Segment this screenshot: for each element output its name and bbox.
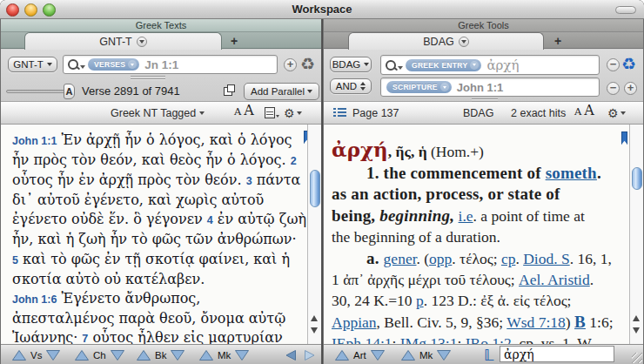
prev-verse-button[interactable] bbox=[11, 349, 27, 361]
scroll-up-icon-right[interactable] bbox=[633, 315, 640, 321]
text-run: . bbox=[590, 271, 594, 288]
update-recycle-icon[interactable]: ♻ bbox=[300, 56, 315, 72]
scrollbar-thumb-left[interactable] bbox=[310, 170, 320, 207]
new-tab-button-left[interactable]: + bbox=[231, 32, 238, 50]
prev-chapter-button[interactable] bbox=[74, 349, 90, 361]
history-back-button[interactable] bbox=[285, 349, 297, 361]
hyperlink[interactable]: cp bbox=[501, 250, 516, 267]
increase-font-icon[interactable]: A bbox=[244, 102, 254, 118]
prev-article-button[interactable] bbox=[334, 349, 350, 361]
text-size-slider-track[interactable] bbox=[6, 90, 65, 93]
scripture-field[interactable]: SCRIPTURE John 1:1 bbox=[380, 78, 600, 97]
chevron-down-icon bbox=[131, 64, 134, 66]
text-run: (Hom.+) bbox=[427, 143, 484, 160]
scrollbar-buttons-left[interactable] bbox=[308, 312, 321, 340]
update-recycle-icon-right[interactable]: ♻ bbox=[621, 56, 636, 72]
tab-bdag[interactable]: BDAG bbox=[348, 32, 544, 50]
prev-mark-button[interactable] bbox=[198, 349, 214, 361]
hyperlink[interactable]: IEph 14:1 bbox=[332, 334, 392, 344]
font-size-controls-right[interactable]: A A bbox=[574, 102, 594, 124]
prev-mark-right-button[interactable] bbox=[400, 349, 416, 361]
gear-menu-left[interactable]: ⚙ bbox=[284, 102, 302, 124]
decrease-font-icon[interactable]: A bbox=[234, 105, 241, 118]
hyperlink[interactable]: B bbox=[574, 313, 586, 331]
gear-icon: ⚙ bbox=[607, 106, 619, 120]
next-mark-right-button[interactable] bbox=[436, 349, 452, 361]
greek-text-content[interactable]: John 1:1 Ἐν ἀρχῇ ἦν ὁ λόγος, καὶ ὁ λόγος… bbox=[1, 125, 321, 344]
scrollbar-left[interactable] bbox=[307, 125, 321, 344]
hits-list-icon[interactable] bbox=[333, 108, 346, 118]
tie-windows-icon[interactable] bbox=[224, 84, 235, 96]
next-chapter-button[interactable] bbox=[110, 349, 125, 361]
scrollbar-thumb-right[interactable] bbox=[632, 167, 642, 190]
toolbar-toggle-button[interactable] bbox=[615, 6, 636, 14]
hyperlink[interactable]: opp bbox=[429, 250, 452, 267]
next-verse-button[interactable] bbox=[45, 349, 61, 361]
search-icon[interactable] bbox=[67, 58, 80, 71]
hyperlink[interactable]: IMg 13:1 bbox=[400, 334, 458, 344]
tab-menu-icon-right[interactable] bbox=[459, 37, 469, 47]
scripture-pill-label: SCRIPTURE bbox=[392, 83, 438, 91]
hits-indicator: 2 exact hits bbox=[511, 102, 566, 124]
decrease-font-icon-right[interactable]: A bbox=[574, 105, 581, 118]
hyperlink[interactable]: p bbox=[416, 292, 424, 309]
window-resize-grip[interactable] bbox=[632, 353, 642, 363]
bool-and-button[interactable]: AND bbox=[330, 78, 372, 94]
chevron-down-icon bbox=[307, 90, 312, 93]
add-row2-button[interactable]: + bbox=[624, 82, 637, 95]
hyperlink[interactable]: IRo 1:2 bbox=[466, 334, 512, 344]
scripture-pill[interactable]: SCRIPTURE bbox=[386, 81, 452, 93]
next-article-button[interactable] bbox=[370, 349, 386, 361]
scroll-up-icon[interactable] bbox=[311, 315, 318, 321]
text-run: ἐν αὐτῷ ζωὴ bbox=[213, 211, 306, 227]
hyperlink[interactable]: i.e bbox=[459, 207, 473, 225]
new-tab-button-right[interactable]: + bbox=[554, 32, 561, 50]
hyperlink[interactable]: Diod. S bbox=[523, 250, 569, 267]
text-run: ; bbox=[392, 334, 400, 344]
text-line: 5 καὶ τὸ φῶς ἐν τῇ σκοτίᾳ φαίνει, καὶ ἡ bbox=[12, 250, 307, 270]
pill-menu-icon[interactable] bbox=[128, 60, 137, 69]
greek-entry-field[interactable]: GREEK ENTRY ἀρχή bbox=[380, 55, 600, 75]
search-icon-right[interactable] bbox=[385, 59, 398, 71]
hyperlink[interactable]: Wsd 7:18 bbox=[506, 313, 566, 331]
increase-font-icon-right[interactable]: A bbox=[584, 102, 594, 118]
greek-entry-pill[interactable]: GREEK ENTRY bbox=[406, 59, 481, 71]
prev-book-button[interactable] bbox=[136, 349, 151, 361]
pill-menu-icon[interactable] bbox=[470, 61, 479, 70]
lookup-input[interactable]: ἀρχή bbox=[500, 346, 614, 362]
verses-scope-pill[interactable]: VERSES bbox=[88, 58, 139, 71]
hyperlink[interactable]: Appian bbox=[332, 313, 377, 331]
tab-gnt-t[interactable]: GNT-T bbox=[24, 32, 222, 50]
triangle-shape bbox=[111, 350, 124, 360]
scroll-down-icon-right[interactable] bbox=[633, 327, 640, 334]
module-select-gnt-t[interactable]: GNT-T bbox=[8, 57, 57, 72]
hyperlink[interactable]: gener bbox=[384, 250, 417, 267]
remove-row2-button[interactable]: − bbox=[607, 82, 620, 95]
text-run: σκοτία αὐτὸ οὐ κατέλαβεν. bbox=[12, 271, 205, 287]
display-settings-icon[interactable] bbox=[265, 107, 275, 118]
next-mark-button[interactable] bbox=[234, 349, 250, 361]
text-line: σκοτία αὐτὸ οὐ κατέλαβεν. bbox=[12, 270, 307, 289]
history-forward-button[interactable] bbox=[304, 349, 316, 361]
hyperlink[interactable]: Ael. Aristid bbox=[519, 271, 590, 288]
hyperlink[interactable]: someth bbox=[546, 164, 597, 182]
scrollbar-right[interactable] bbox=[629, 125, 643, 344]
text-run: πάντα bbox=[252, 172, 301, 188]
toolbar-grip-left[interactable] bbox=[131, 76, 165, 80]
module-select-bdag[interactable]: BDAG bbox=[330, 57, 372, 72]
remove-row1-button[interactable]: − bbox=[607, 58, 620, 71]
gear-menu-right[interactable]: ⚙ bbox=[607, 102, 626, 124]
add-parallel-button[interactable]: Add Parallel bbox=[244, 83, 319, 100]
search-field-left[interactable]: VERSES Jn 1:1 bbox=[63, 55, 278, 74]
pill-menu-icon[interactable] bbox=[440, 83, 449, 91]
scrollbar-buttons-right[interactable] bbox=[630, 312, 643, 340]
text-module-dropdown[interactable]: Greek NT Tagged bbox=[111, 102, 205, 124]
text-size-slider-handle[interactable]: A bbox=[64, 84, 75, 99]
lexicon-content[interactable]: ἀρχή, ῆς, ἡ (Hom.+)1. the commencement o… bbox=[324, 125, 643, 344]
next-book-button[interactable] bbox=[170, 349, 185, 361]
scroll-down-icon[interactable] bbox=[311, 327, 318, 334]
add-search-row-button[interactable]: + bbox=[284, 58, 297, 71]
font-size-controls[interactable]: A A bbox=[234, 102, 254, 124]
text-run: . bbox=[597, 164, 601, 182]
tab-menu-icon[interactable] bbox=[137, 37, 147, 47]
